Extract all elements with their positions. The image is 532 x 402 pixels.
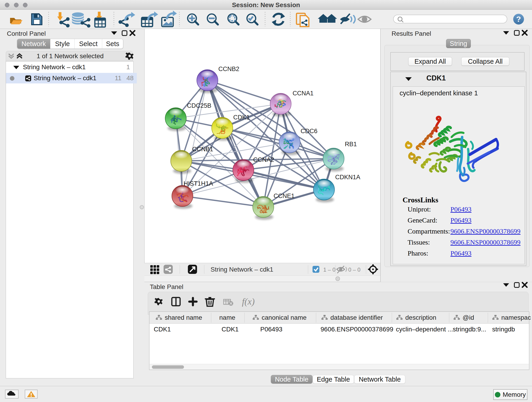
- svg-text:CDC6: CDC6: [301, 128, 317, 134]
- svg-text:CCNA1: CCNA1: [293, 90, 314, 97]
- svg-text:CDC25B: CDC25B: [187, 102, 211, 109]
- svg-text:CCNB2: CCNB2: [218, 65, 239, 72]
- svg-text:CCNA2: CCNA2: [253, 156, 274, 163]
- svg-text:f(x): f(x): [242, 296, 255, 307]
- svg-text:CDK1: CDK1: [233, 114, 250, 121]
- svg-text:CCNE1: CCNE1: [273, 192, 295, 199]
- svg-text:CCNB1: CCNB1: [192, 146, 213, 153]
- svg-text:HIST1H1A: HIST1H1A: [184, 180, 213, 187]
- svg-text:CDKN1A: CDKN1A: [335, 174, 360, 181]
- svg-text:RB1: RB1: [345, 141, 357, 148]
